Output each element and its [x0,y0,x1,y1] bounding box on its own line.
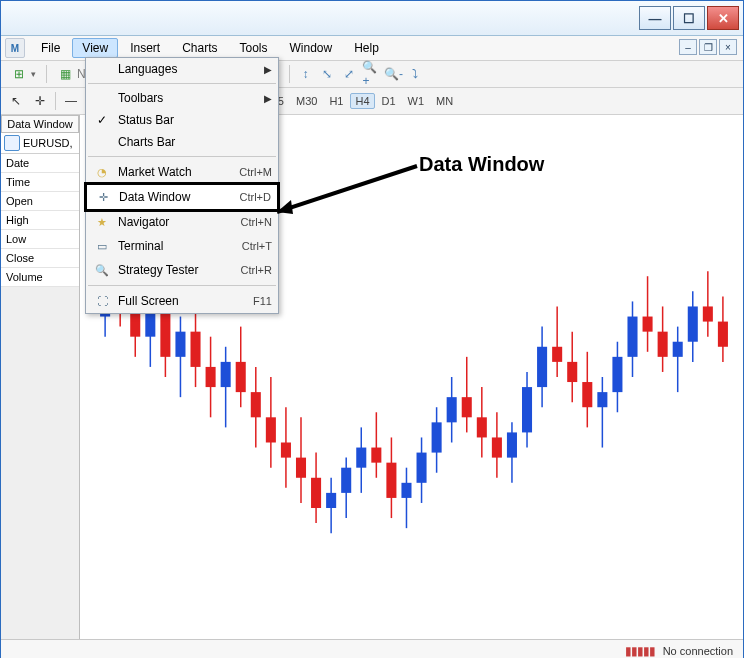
symbol-label: EURUSD, [23,137,73,149]
separator [88,285,276,286]
menu-market-watch[interactable]: ◔ Market Watch Ctrl+M [86,160,278,184]
win-maximize-button[interactable]: ☐ [673,6,705,30]
svg-rect-79 [688,306,698,341]
shortcut-label: Ctrl+N [241,216,272,228]
svg-rect-39 [386,463,396,498]
svg-rect-71 [627,317,637,357]
chart-tool-2[interactable]: ⤢ [340,65,358,83]
svg-rect-33 [341,468,351,493]
separator [88,83,276,84]
new-chart-button[interactable]: ⊞▾ [7,64,40,84]
menu-terminal[interactable]: ▭ Terminal Ctrl+T [86,234,278,258]
svg-rect-19 [236,362,246,392]
svg-rect-27 [296,458,306,478]
mdi-restore-button[interactable]: ❐ [699,39,717,55]
win-minimize-button[interactable]: — [639,6,671,30]
svg-marker-85 [277,200,293,214]
svg-rect-57 [522,387,532,432]
separator [88,156,276,157]
svg-rect-65 [582,382,592,407]
plus-icon: ⊞ [11,66,27,82]
menu-window[interactable]: Window [280,38,343,58]
menu-charts[interactable]: Charts [172,38,227,58]
data-row-time: Time [1,173,79,192]
svg-rect-67 [597,392,607,407]
data-row-volume: Volume [1,268,79,287]
timeframe-d1[interactable]: D1 [377,93,401,109]
mdi-minimize-button[interactable]: – [679,39,697,55]
application-window: — ☐ ✕ M FileViewInsertChartsToolsWindowH… [0,0,744,658]
menu-tools[interactable]: Tools [230,38,278,58]
svg-rect-9 [160,312,170,357]
svg-rect-63 [567,362,577,382]
menu-strategy-tester[interactable]: 🔍 Strategy Tester Ctrl+R [86,258,278,282]
statusbar: ▮▮▮▮▮ No connection [1,639,743,658]
annotation-arrow [277,156,427,226]
timeframe-h4[interactable]: H4 [350,93,374,109]
chart-tool-5[interactable]: ⤵ [406,65,424,83]
svg-rect-29 [311,478,321,508]
chart-tool-1[interactable]: ⤡ [318,65,336,83]
win-close-button[interactable]: ✕ [707,6,739,30]
data-row-open: Open [1,192,79,211]
svg-rect-75 [658,332,668,357]
menu-navigator[interactable]: ★ Navigator Ctrl+N [86,210,278,234]
menu-file[interactable]: File [31,38,70,58]
timeframe-mn[interactable]: MN [431,93,458,109]
terminal-icon: ▭ [94,238,110,254]
timeframe-h1[interactable]: H1 [324,93,348,109]
svg-rect-81 [703,306,713,321]
separator [289,65,290,83]
crosshair-icon: ✛ [95,189,111,205]
shortcut-label: Ctrl+R [241,264,272,276]
svg-rect-47 [447,397,457,422]
shortcut-label: Ctrl+D [240,191,271,203]
svg-rect-17 [221,362,231,387]
navigator-icon: ★ [94,214,110,230]
svg-rect-7 [145,312,155,337]
svg-rect-83 [718,322,728,347]
new-order-icon: ▦ [57,66,73,82]
connection-icon: ▮▮▮▮▮ [625,644,655,658]
data-row-low: Low [1,230,79,249]
menu-insert[interactable]: Insert [120,38,170,58]
chart-tool-3[interactable]: 🔍+ [362,65,380,83]
magnifier-icon: 🔍 [94,262,110,278]
annotation-text: Data Window [419,153,544,176]
shortcut-label: Ctrl+M [239,166,272,178]
data-window-symbol: EURUSD, [1,133,79,154]
svg-rect-45 [432,422,442,452]
data-window-tab[interactable]: Data Window [1,115,79,133]
cursor-tool[interactable]: ↖ [7,92,25,110]
svg-rect-49 [462,397,472,417]
crosshair-tool[interactable]: ✛ [31,92,49,110]
data-row-close: Close [1,249,79,268]
line-tool-0[interactable]: — [62,92,80,110]
timeframe-w1[interactable]: W1 [403,93,430,109]
mdi-close-button[interactable]: × [719,39,737,55]
separator [55,92,56,110]
chart-icon [4,135,20,151]
menu-languages[interactable]: Languages ▶ [86,58,278,80]
shortcut-label: F11 [253,295,272,307]
menu-charts-bar[interactable]: Charts Bar [86,131,278,153]
svg-rect-35 [356,448,366,468]
menu-view[interactable]: View [72,38,118,58]
fullscreen-icon: ⛶ [94,293,110,309]
chart-tool-4[interactable]: 🔍- [384,65,402,83]
menu-full-screen[interactable]: ⛶ Full Screen F11 [86,289,278,313]
chart-tool-0[interactable]: ↕ [296,65,314,83]
svg-rect-73 [643,317,653,332]
menu-toolbars[interactable]: Toolbars ▶ [86,87,278,109]
menu-label: Status Bar [118,113,272,127]
svg-rect-55 [507,432,517,457]
shortcut-label: Ctrl+T [242,240,272,252]
menu-status-bar[interactable]: ✓ Status Bar [86,109,278,131]
app-icon: M [5,38,25,58]
timeframe-m30[interactable]: M30 [291,93,322,109]
svg-rect-59 [537,347,547,387]
menu-data-window[interactable]: ✛ Data Window Ctrl+D [84,182,280,212]
menu-help[interactable]: Help [344,38,389,58]
svg-rect-77 [673,342,683,357]
svg-line-84 [277,166,417,212]
